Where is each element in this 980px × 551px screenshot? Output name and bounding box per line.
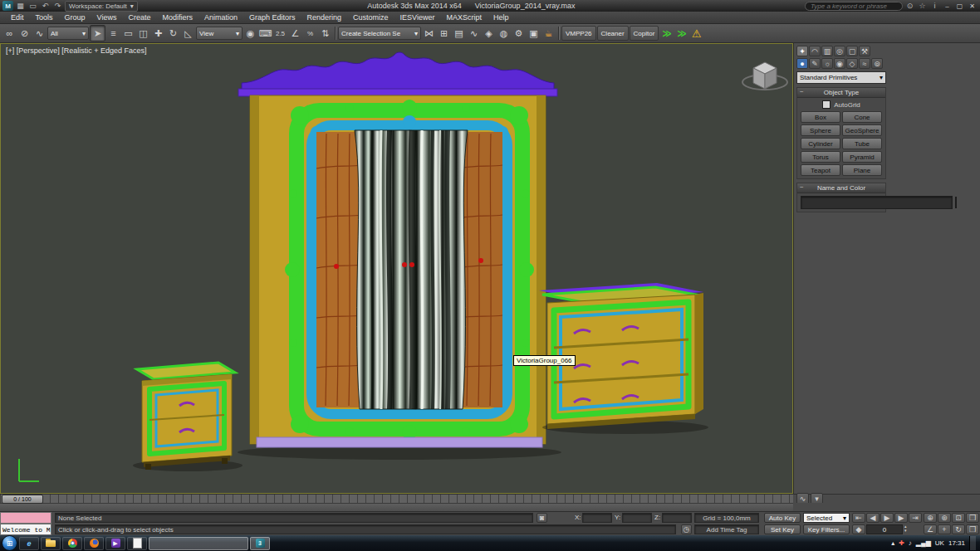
plane-button[interactable]: Plane (842, 164, 882, 176)
cone-button[interactable]: Cone (842, 111, 882, 123)
tab-display-icon[interactable]: ▢ (846, 46, 858, 56)
tab-hierarchy-icon[interactable]: ▥ (821, 46, 833, 56)
taskbar-explorer-button[interactable] (41, 537, 61, 550)
material-editor-icon[interactable]: ◍ (497, 26, 511, 41)
macro-recorder-pane[interactable] (0, 512, 51, 524)
selection-filter-dropdown[interactable]: All ▾ (47, 27, 89, 40)
search-box[interactable] (805, 2, 903, 11)
x-coordinate-field[interactable] (582, 513, 612, 523)
select-by-name-icon[interactable]: ≡ (106, 26, 120, 41)
z-coordinate-field[interactable] (662, 513, 692, 523)
save-icon[interactable]: ▦ (15, 1, 26, 11)
zoom-all-icon[interactable]: ⊛ (938, 513, 951, 523)
key-filters-button[interactable]: Key Filters... (803, 524, 850, 534)
align-icon[interactable]: ⊞ (437, 26, 451, 41)
autogrid-checkbox[interactable] (822, 100, 831, 109)
copitor-button[interactable]: Copitor (630, 26, 659, 41)
set-key-button[interactable]: Set Key (764, 524, 801, 534)
spinner-snap-icon[interactable]: ⇅ (318, 26, 332, 41)
selection-lock-icon[interactable]: ◙ (537, 513, 547, 523)
render-production-icon[interactable]: ☕ (541, 26, 556, 41)
select-and-move-icon[interactable]: ✚ (151, 26, 165, 41)
key-mode-toggle[interactable]: ◆ (852, 524, 865, 534)
menu-edit[interactable]: Edit (5, 12, 30, 23)
category-geometry-icon[interactable]: ● (796, 58, 808, 69)
spinner-down-icon[interactable]: ▾ (904, 529, 907, 533)
menu-modifiers[interactable]: Modifiers (156, 12, 198, 23)
select-object-icon[interactable]: ➤ (90, 25, 105, 41)
tab-motion-icon[interactable]: ◎ (834, 46, 845, 56)
play-button[interactable]: ▶ (880, 513, 894, 523)
network-icon[interactable]: ▂▄▆ (916, 539, 931, 547)
current-frame-input[interactable] (867, 526, 902, 534)
zoom-region-icon[interactable]: ❒ (966, 513, 979, 523)
star-icon[interactable]: ☆ (917, 1, 928, 11)
track-bar[interactable] (0, 503, 793, 511)
tab-create-icon[interactable]: ✦ (796, 46, 808, 56)
taskbar-media-button[interactable]: ▶ (105, 537, 125, 550)
keyboard-override-icon[interactable]: ⌨ (258, 26, 272, 41)
clock[interactable]: 17:31 (948, 539, 965, 547)
chevrons-icon[interactable]: ≫ (674, 26, 688, 41)
taskbar-chrome-button[interactable] (62, 537, 82, 550)
percent-snap-icon[interactable]: % (303, 26, 317, 41)
category-helpers-icon[interactable]: ◇ (846, 58, 858, 69)
perspective-viewport[interactable] (0, 43, 793, 494)
maximize-viewport-toggle[interactable]: ❒ (966, 524, 979, 534)
category-cameras-icon[interactable]: ◉ (834, 58, 845, 69)
teapot-button[interactable]: Teapot (801, 164, 840, 176)
go-to-start-button[interactable]: ⇤ (852, 513, 865, 523)
torus-button[interactable]: Torus (801, 151, 840, 163)
render-setup-icon[interactable]: ⚙ (512, 26, 526, 41)
pan-icon[interactable]: + (938, 524, 951, 534)
current-frame-field[interactable] (866, 524, 903, 534)
maximize-button[interactable]: ▢ (954, 2, 965, 11)
snap-toggle-icon[interactable]: 2.5 (273, 26, 287, 41)
previous-frame-button[interactable]: ◀ (866, 513, 880, 523)
menu-create[interactable]: Create (122, 12, 156, 23)
action-center-icon[interactable]: ✚ (899, 539, 904, 547)
category-spacewarps-icon[interactable]: ≈ (859, 58, 870, 69)
zoom-extents-icon[interactable]: ⊡ (952, 513, 965, 523)
object-type-rollout-header[interactable]: − Object Type (797, 88, 885, 98)
start-button[interactable]: ⊞ (2, 535, 17, 551)
sphere-button[interactable]: Sphere (801, 124, 840, 136)
minimize-button[interactable]: – (942, 2, 953, 11)
zoom-icon[interactable]: ⊕ (924, 513, 937, 523)
tube-button[interactable]: Tube (842, 138, 882, 149)
vmpp26-button[interactable]: VMPP26 (561, 26, 596, 41)
cylinder-button[interactable]: Cylinder (801, 138, 840, 149)
next-frame-button[interactable]: ▶ (894, 513, 908, 523)
layer-manager-icon[interactable]: ▤ (452, 26, 466, 41)
menu-animation[interactable]: Animation (198, 12, 243, 23)
undo-icon[interactable]: ↶ (40, 1, 51, 11)
curve-editor-icon[interactable]: ∿ (467, 26, 481, 41)
menu-rendering[interactable]: Rendering (301, 12, 348, 23)
category-systems-icon[interactable]: ⊚ (871, 58, 883, 69)
help-icon[interactable]: i (929, 1, 940, 11)
viewport-canvas[interactable] (1, 44, 792, 493)
name-color-rollout-header[interactable]: − Name and Color (797, 183, 885, 193)
time-slider-handle[interactable]: 0 / 100 (2, 495, 43, 504)
menu-graph-editors[interactable]: Graph Editors (243, 12, 301, 23)
selection-region-icon[interactable]: ▭ (121, 26, 135, 41)
menu-tools[interactable]: Tools (30, 12, 59, 23)
volume-icon[interactable]: ♪ (909, 539, 912, 547)
go-to-end-button[interactable]: ⇥ (909, 513, 922, 523)
close-button[interactable]: ✕ (967, 2, 978, 11)
box-button[interactable]: Box (801, 111, 840, 123)
primitive-category-dropdown[interactable]: Standard Primitives ▾ (796, 71, 886, 84)
orbit-icon[interactable]: ↻ (952, 524, 965, 534)
search-input[interactable] (811, 2, 897, 10)
maxscript-listener-pane[interactable]: Welcome to M (0, 524, 51, 535)
tab-modify-icon[interactable]: ◠ (809, 46, 821, 56)
y-coordinate-field[interactable] (622, 513, 652, 523)
add-time-tag-field[interactable]: Add Time Tag (694, 524, 759, 534)
wardrobe-model[interactable] (238, 52, 561, 460)
cleaner-button[interactable]: Cleaner (597, 26, 629, 41)
taskbar-ie-button[interactable]: e (19, 537, 39, 550)
language-indicator[interactable]: UK (935, 539, 944, 547)
menu-maxscript[interactable]: MAXScript (440, 12, 488, 23)
menu-iesviewer[interactable]: IESViewer (394, 12, 441, 23)
selection-set-dropdown[interactable]: Selected ▾ (803, 513, 850, 523)
